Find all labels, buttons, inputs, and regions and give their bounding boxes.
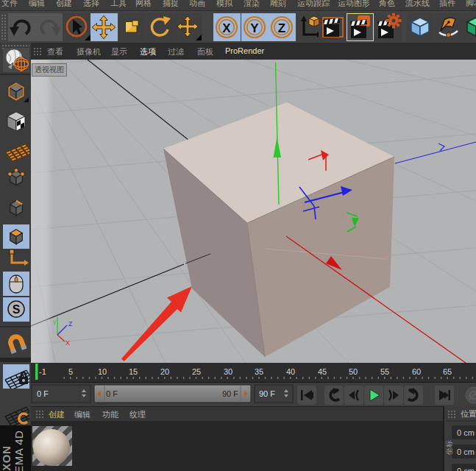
svg-text:10: 10	[98, 367, 107, 376]
svg-text:35: 35	[255, 367, 263, 376]
svg-text:0 cm: 0 cm	[457, 447, 475, 456]
svg-text:y: y	[53, 318, 57, 325]
svg-text:-1: -1	[39, 367, 46, 376]
svg-text:X: X	[222, 21, 231, 35]
svg-text:0 cm: 0 cm	[457, 467, 475, 471]
svg-text:60: 60	[412, 367, 421, 376]
svg-text:Y: Y	[250, 21, 259, 35]
svg-text:90 F: 90 F	[259, 389, 275, 398]
svg-text:25: 25	[192, 367, 201, 376]
svg-text:0 cm: 0 cm	[457, 428, 475, 437]
svg-text:55: 55	[380, 367, 389, 376]
svg-text:Z: Z	[278, 21, 285, 35]
svg-text:15: 15	[129, 367, 138, 376]
svg-text:0 F: 0 F	[37, 389, 49, 398]
svg-text:0 F: 0 F	[106, 389, 118, 398]
svg-text:65: 65	[443, 367, 452, 376]
svg-text:S: S	[13, 303, 21, 316]
svg-text:50: 50	[349, 367, 358, 376]
svg-text:40: 40	[286, 367, 295, 376]
svg-text:Z: Z	[68, 320, 73, 327]
svg-text:位置: 位置	[461, 409, 476, 418]
svg-text:X: X	[65, 339, 70, 347]
svg-text:90 F: 90 F	[222, 389, 238, 398]
svg-text:45: 45	[318, 367, 327, 376]
svg-text:20: 20	[160, 367, 169, 376]
svg-text:5: 5	[68, 367, 73, 376]
svg-text:30: 30	[224, 367, 232, 376]
